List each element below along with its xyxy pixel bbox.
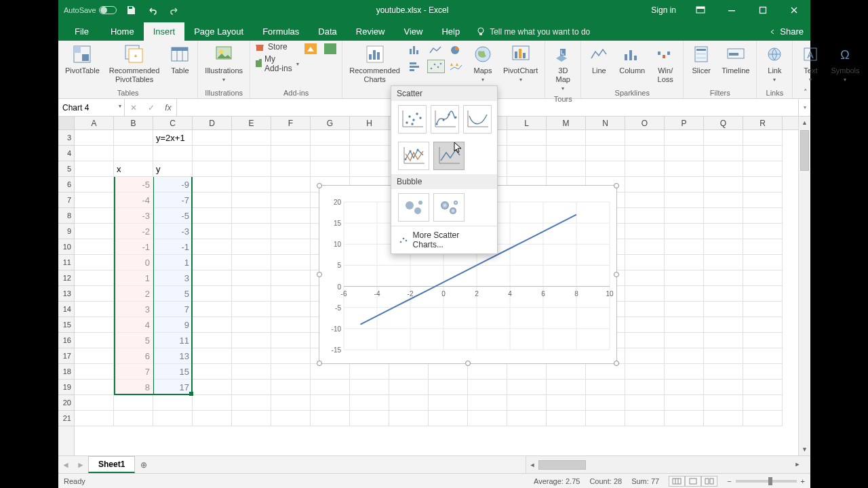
- cell[interactable]: [704, 224, 743, 239]
- cell[interactable]: [743, 161, 783, 177]
- cell[interactable]: [547, 411, 586, 426]
- cell[interactable]: 1: [153, 255, 193, 270]
- cell[interactable]: [389, 380, 429, 395]
- tab-nav-prev[interactable]: ◄: [58, 456, 73, 473]
- cell[interactable]: [114, 146, 153, 161]
- cell[interactable]: [704, 302, 743, 317]
- page-break-view-icon[interactable]: [701, 476, 717, 487]
- cell[interactable]: [153, 395, 193, 411]
- row-header[interactable]: 21: [58, 411, 74, 426]
- cell[interactable]: [271, 130, 311, 146]
- cell[interactable]: [271, 177, 311, 192]
- row-header[interactable]: 16: [58, 333, 74, 348]
- cell[interactable]: [586, 364, 625, 380]
- cell[interactable]: [75, 411, 114, 426]
- pie-chart-button[interactable]: [448, 43, 465, 57]
- cell[interactable]: [547, 130, 586, 146]
- cell[interactable]: [743, 364, 783, 380]
- cell[interactable]: [704, 130, 743, 146]
- cell[interactable]: [271, 161, 311, 177]
- cell[interactable]: [665, 161, 704, 177]
- cell[interactable]: [625, 333, 665, 348]
- normal-view-icon[interactable]: [669, 476, 685, 487]
- cell[interactable]: y: [153, 161, 193, 177]
- cell[interactable]: [271, 333, 311, 348]
- cell[interactable]: 3: [114, 302, 153, 317]
- cell[interactable]: [429, 364, 468, 380]
- cell[interactable]: [586, 130, 625, 146]
- cell[interactable]: [350, 411, 389, 426]
- cell[interactable]: [665, 239, 704, 255]
- cell[interactable]: [193, 192, 232, 208]
- cell[interactable]: [232, 380, 271, 395]
- pivotchart-button[interactable]: PivotChart▾: [500, 42, 540, 85]
- cell[interactable]: [193, 146, 232, 161]
- cell[interactable]: [114, 395, 153, 411]
- autosave-toggle[interactable]: AutoSave: [64, 6, 117, 14]
- cell[interactable]: 9: [153, 317, 193, 333]
- cell[interactable]: [271, 208, 311, 224]
- cell[interactable]: [704, 270, 743, 286]
- cell[interactable]: [704, 177, 743, 192]
- cell[interactable]: [193, 380, 232, 395]
- column-header[interactable]: C: [153, 117, 193, 129]
- cell[interactable]: [193, 208, 232, 224]
- cell[interactable]: [665, 270, 704, 286]
- cell[interactable]: [743, 239, 783, 255]
- cell[interactable]: [547, 146, 586, 161]
- cell[interactable]: [625, 395, 665, 411]
- cell[interactable]: [704, 286, 743, 302]
- cell[interactable]: [75, 130, 114, 146]
- cell[interactable]: x: [114, 161, 153, 177]
- cell[interactable]: [232, 130, 271, 146]
- enter-formula-icon[interactable]: ✓: [142, 103, 160, 113]
- cell[interactable]: [625, 146, 665, 161]
- cell[interactable]: [665, 146, 704, 161]
- cell[interactable]: [704, 395, 743, 411]
- cell[interactable]: [704, 364, 743, 380]
- share-button[interactable]: Share: [761, 22, 810, 41]
- scatter-chart-button[interactable]: [427, 60, 445, 73]
- cell[interactable]: [232, 348, 271, 364]
- sparkline-line-button[interactable]: Line: [585, 42, 612, 77]
- cell[interactable]: [114, 130, 153, 146]
- cell[interactable]: [665, 411, 704, 426]
- cell[interactable]: [743, 286, 783, 302]
- column-header[interactable]: N: [586, 117, 625, 129]
- cell[interactable]: [625, 239, 665, 255]
- recommended-pivot-button[interactable]: Recommended PivotTables: [106, 42, 163, 85]
- cell[interactable]: [311, 146, 350, 161]
- column-header[interactable]: A: [75, 117, 114, 129]
- zoom-in-icon[interactable]: +: [801, 477, 805, 485]
- cell[interactable]: [507, 146, 547, 161]
- select-all[interactable]: [58, 117, 75, 129]
- my-addins-button[interactable]: My Add-ins▾: [254, 54, 299, 73]
- bing-maps-addon[interactable]: [303, 42, 319, 57]
- cell[interactable]: [153, 411, 193, 426]
- cell[interactable]: [311, 161, 350, 177]
- undo-icon[interactable]: [145, 3, 160, 18]
- cell[interactable]: [350, 395, 389, 411]
- cell[interactable]: [665, 224, 704, 239]
- bubble-option[interactable]: [398, 193, 429, 222]
- column-chart-button[interactable]: [407, 43, 425, 57]
- tab-home[interactable]: Home: [101, 22, 144, 41]
- cell[interactable]: [75, 255, 114, 270]
- cell[interactable]: 1: [114, 270, 153, 286]
- cell[interactable]: [665, 302, 704, 317]
- cell[interactable]: -9: [153, 177, 193, 192]
- cell[interactable]: [75, 317, 114, 333]
- cell[interactable]: [665, 380, 704, 395]
- vertical-scrollbar[interactable]: ▲▼: [798, 117, 810, 455]
- store-button[interactable]: Store: [254, 42, 299, 52]
- column-header[interactable]: G: [311, 117, 350, 129]
- cell[interactable]: [429, 395, 468, 411]
- cell[interactable]: [665, 286, 704, 302]
- tab-review[interactable]: Review: [347, 22, 395, 41]
- cell[interactable]: -2: [114, 224, 153, 239]
- cell[interactable]: [75, 364, 114, 380]
- scatter-smooth-option[interactable]: [463, 105, 492, 134]
- cell[interactable]: [271, 317, 311, 333]
- cell[interactable]: [665, 317, 704, 333]
- cell[interactable]: [507, 161, 547, 177]
